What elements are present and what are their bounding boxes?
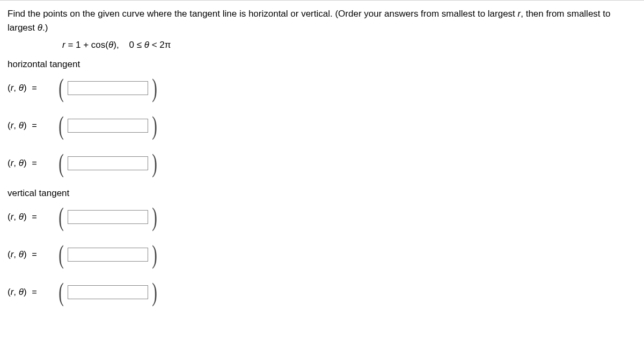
paren-close-icon: ) (152, 244, 157, 265)
answer-row-v3: (r, θ) = ( ) (8, 279, 636, 305)
answer-input-v3[interactable] (68, 285, 148, 299)
paren-close-icon: ) (152, 115, 157, 136)
answer-input-v2[interactable] (68, 248, 148, 262)
prompt-part3: .) (42, 23, 48, 33)
rtheta-label: (r, θ) = (8, 83, 57, 93)
paren-close-icon: ) (152, 77, 157, 99)
paren-close-icon: ) (152, 153, 157, 174)
answer-input-h1[interactable] (68, 81, 148, 95)
paren-open-icon: ( (58, 206, 64, 228)
paren-close-icon: ) (152, 206, 157, 228)
prompt-part1: Find the points on the given curve where… (8, 9, 518, 19)
paren-open-icon: ( (58, 153, 64, 174)
answer-row-v1: (r, θ) = ( ) (8, 204, 636, 230)
paren-open-icon: ( (58, 115, 64, 136)
question-prompt: Find the points on the given curve where… (8, 7, 636, 34)
answer-row-v2: (r, θ) = ( ) (8, 242, 636, 268)
answer-row-h3: (r, θ) = ( ) (8, 150, 636, 176)
range-theta: θ (144, 40, 149, 50)
answer-input-v1[interactable] (68, 210, 148, 224)
answer-row-h1: (r, θ) = ( ) (8, 75, 636, 101)
horizontal-tangent-label: horizontal tangent (8, 59, 636, 70)
eq-close: ), (113, 40, 119, 50)
paren-close-icon: ) (152, 281, 157, 303)
range-post: < 2π (149, 40, 171, 50)
range-pre: 0 ≤ (129, 40, 144, 50)
question-container: Find the points on the given curve where… (0, 0, 644, 323)
equation: r = 1 + cos(θ), 0 ≤ θ < 2π (62, 40, 636, 50)
vertical-tangent-label: vertical tangent (8, 188, 636, 199)
rtheta-label: (r, θ) = (8, 287, 57, 298)
rtheta-label: (r, θ) = (8, 120, 57, 131)
eq-mid: = 1 + cos( (65, 40, 108, 50)
paren-open-icon: ( (58, 244, 64, 265)
rtheta-label: (r, θ) = (8, 158, 57, 169)
paren-open-icon: ( (58, 77, 64, 99)
answer-row-h2: (r, θ) = ( ) (8, 113, 636, 139)
rtheta-label: (r, θ) = (8, 212, 57, 222)
answer-input-h3[interactable] (68, 156, 148, 170)
paren-open-icon: ( (58, 281, 64, 303)
eq-theta: θ (108, 40, 113, 50)
rtheta-label: (r, θ) = (8, 249, 57, 260)
prompt-var-theta: θ (38, 23, 42, 33)
answer-input-h2[interactable] (68, 119, 148, 133)
